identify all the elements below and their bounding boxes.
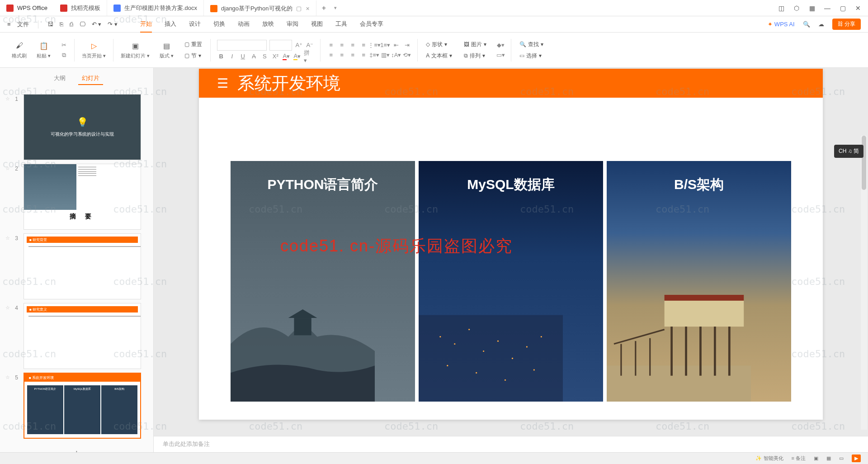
minimize-icon[interactable]: — xyxy=(824,5,831,12)
format-painter-button[interactable]: 🖌 格式刷 xyxy=(7,33,31,67)
decrease-font-icon[interactable]: A⁻ xyxy=(306,41,314,49)
star-icon[interactable]: ☆ xyxy=(5,373,12,380)
cloud-icon[interactable]: ☁ xyxy=(818,21,824,28)
tab-view[interactable]: 视图 xyxy=(311,16,323,33)
tab-design[interactable]: 设计 xyxy=(189,16,201,33)
bullets-icon[interactable]: ⋮≡▾ xyxy=(370,41,378,49)
thumb-row-1[interactable]: ☆ 1 💡 可视化的学习系统的设计与实现 xyxy=(0,92,153,162)
slide-thumb-4[interactable]: ■ 研究意义 ▬▬▬▬▬▬▬▬▬▬▬▬▬▬▬▬▬▬▬▬▬▬▬▬▬▬▬▬▬▬▬▬▬… xyxy=(24,303,141,369)
strikethrough-icon[interactable]: A̶ xyxy=(250,52,258,61)
redo-icon[interactable]: ↷ ▾ xyxy=(108,21,118,28)
close-window-icon[interactable]: ✕ xyxy=(854,5,862,12)
notes-button[interactable]: ≡ 备注 xyxy=(792,455,806,462)
align-justify-icon[interactable]: ≡ xyxy=(359,41,368,49)
maximize-icon[interactable]: ▢ xyxy=(839,5,846,12)
highlight-icon[interactable]: S xyxy=(260,52,269,61)
add-slide-button[interactable]: + xyxy=(0,440,153,452)
font-color-icon[interactable]: A▾ xyxy=(282,52,290,61)
view-normal-icon[interactable]: ▣ xyxy=(814,455,818,461)
tab-menu-chevron[interactable]: ▾ xyxy=(331,5,337,11)
numbering-icon[interactable]: 1≡▾ xyxy=(381,41,389,49)
grid-icon[interactable]: ▦ xyxy=(808,5,816,12)
section-button[interactable]: ▢ 节 ▾ xyxy=(183,51,204,61)
star-icon[interactable]: ☆ xyxy=(5,233,12,241)
smart-beautify-button[interactable]: ✨ 智能美化 xyxy=(755,455,783,462)
export-icon[interactable]: ⎘ xyxy=(60,21,63,28)
font-name-select[interactable] xyxy=(217,40,267,51)
slideshow-icon[interactable]: ▢ xyxy=(296,5,302,12)
tab-slides[interactable]: 幻灯片 xyxy=(78,72,103,85)
paste-button[interactable]: 📋 粘贴 ▾ xyxy=(32,33,55,67)
file-menu[interactable]: 文件 xyxy=(17,20,29,28)
star-icon[interactable]: ☆ xyxy=(5,94,12,102)
share-button[interactable]: ⛓ 分享 xyxy=(832,19,861,30)
view-reading-icon[interactable]: ▭ xyxy=(839,455,844,461)
new-slide-button[interactable]: ▣ 新建幻灯片 ▾ xyxy=(116,33,154,67)
notes-placeholder[interactable]: 单击此处添加备注 xyxy=(154,436,868,452)
tab-insert[interactable]: 插入 xyxy=(165,16,176,33)
find-button[interactable]: 🔍 查找 ▾ xyxy=(518,40,545,49)
preview-icon[interactable]: 🖵 xyxy=(80,21,85,28)
slide-thumb-3[interactable]: ■ 研究背景 ▬▬▬▬▬▬▬▬▬▬▬▬▬▬▬▬▬▬▬▬▬▬▬▬▬▬▬▬▬▬▬▬▬… xyxy=(24,233,141,299)
search-icon[interactable]: 🔍 xyxy=(803,21,810,28)
cube-icon[interactable]: ⬡ xyxy=(793,5,800,12)
view-slideshow-icon[interactable]: ▶ xyxy=(852,455,861,462)
layout-button[interactable]: ▤ 版式 ▾ xyxy=(155,33,178,67)
scrollbar-thumb[interactable] xyxy=(862,136,866,190)
thumb-row-4[interactable]: ☆ 4 ■ 研究意义 ▬▬▬▬▬▬▬▬▬▬▬▬▬▬▬▬▬▬▬▬▬▬▬▬▬▬▬▬▬… xyxy=(0,301,153,371)
align-middle-icon[interactable]: ≡ xyxy=(338,51,346,59)
text-direction-icon[interactable]: ↕A▾ xyxy=(392,51,400,59)
indent-decrease-icon[interactable]: ⇤ xyxy=(392,41,400,49)
hamburger-icon[interactable]: ≡ xyxy=(7,21,11,28)
tab-outline[interactable]: 大纲 xyxy=(50,72,69,85)
change-case-icon[interactable]: 拼▾ xyxy=(304,52,312,61)
canvas-scroll[interactable]: ☰ 系统开发环境 PYTHON语言简介 MySQL数据库 xyxy=(154,68,868,436)
star-icon[interactable]: ☆ xyxy=(5,164,12,171)
superscript-icon[interactable]: X² xyxy=(271,52,279,61)
fill-icon[interactable]: ◆▾ xyxy=(496,41,505,49)
reset-button[interactable]: ▢ 重置 xyxy=(183,40,204,49)
tab-home[interactable]: 开始 xyxy=(140,16,152,33)
tab-tools[interactable]: 工具 xyxy=(335,16,347,33)
undo-icon[interactable]: ↶ ▾ xyxy=(92,21,102,28)
picture-button[interactable]: 🖼 图片 ▾ xyxy=(462,40,488,49)
slide-thumb-2[interactable]: ▬▬▬▬▬▬▬▬▬▬▬▬▬▬▬▬▬▬▬▬▬▬▬▬▬▬▬▬▬▬▬▬▬▬▬▬▬▬▬▬… xyxy=(24,164,141,230)
shape-button[interactable]: ◇ 形状 ▾ xyxy=(424,40,454,49)
print-icon[interactable]: ⎙ xyxy=(70,21,73,28)
text-highlight-icon[interactable]: A▾ xyxy=(293,52,301,61)
textbox-button[interactable]: A 文本框 ▾ xyxy=(424,51,454,61)
wps-ai-button[interactable]: ✦ WPS AI xyxy=(768,21,795,28)
tab-member[interactable]: 会员专享 xyxy=(360,16,383,33)
underline-icon[interactable]: U xyxy=(239,52,247,61)
tab-animation[interactable]: 动画 xyxy=(238,16,250,33)
tab-templates[interactable]: 找稻壳模板 xyxy=(54,0,107,16)
close-icon[interactable]: × xyxy=(306,5,310,12)
window-mode-icon[interactable]: ◫ xyxy=(778,5,785,12)
star-icon[interactable]: ☆ xyxy=(5,303,12,311)
italic-icon[interactable]: I xyxy=(228,52,236,61)
thumb-row-3[interactable]: ☆ 3 ■ 研究背景 ▬▬▬▬▬▬▬▬▬▬▬▬▬▬▬▬▬▬▬▬▬▬▬▬▬▬▬▬▬… xyxy=(0,232,153,301)
copy-icon[interactable]: ⧉ xyxy=(60,51,68,59)
tab-transition[interactable]: 切换 xyxy=(213,16,225,33)
distribute-icon[interactable]: ≡ xyxy=(359,51,368,59)
from-current-button[interactable]: ▷ 当页开始 ▾ xyxy=(77,33,110,67)
vertical-scrollbar[interactable] xyxy=(861,136,867,430)
view-sorter-icon[interactable]: ▦ xyxy=(826,455,831,461)
align-left-icon[interactable]: ≡ xyxy=(327,41,335,49)
tab-doc[interactable]: 生产印模图片替换方案.docx xyxy=(107,0,204,16)
save-icon[interactable]: 🖫 xyxy=(47,21,53,28)
tab-ppt-active[interactable]: django基于Python可视化的 ▢ × xyxy=(204,0,316,16)
align-bottom-icon[interactable]: ≡ xyxy=(349,51,357,59)
thumb-row-5[interactable]: ☆ 5 ■ 系统开发环境 PYTHON语言简介 MySQL数据库 B/S架构 xyxy=(0,371,153,440)
increase-font-icon[interactable]: A⁺ xyxy=(295,41,303,49)
convert-icon[interactable]: ⟲▾ xyxy=(403,51,411,59)
indent-increase-icon[interactable]: ⇥ xyxy=(403,41,411,49)
line-spacing-icon[interactable]: ‡≡▾ xyxy=(370,51,378,59)
select-button[interactable]: ▭ 选择 ▾ xyxy=(518,51,545,61)
thumb-row-2[interactable]: ☆ 2 ▬▬▬▬▬▬▬▬▬▬▬▬▬▬▬▬▬▬▬▬▬▬▬▬▬▬▬▬▬▬▬▬▬▬▬▬… xyxy=(0,162,153,232)
tab-slideshow[interactable]: 放映 xyxy=(262,16,274,33)
align-center-icon[interactable]: ≡ xyxy=(338,41,346,49)
slide-thumb-5-selected[interactable]: ■ 系统开发环境 PYTHON语言简介 MySQL数据库 B/S架构 xyxy=(24,373,141,439)
columns-icon[interactable]: ▥▾ xyxy=(381,51,389,59)
slide-canvas[interactable]: ☰ 系统开发环境 PYTHON语言简介 MySQL数据库 xyxy=(199,69,823,420)
